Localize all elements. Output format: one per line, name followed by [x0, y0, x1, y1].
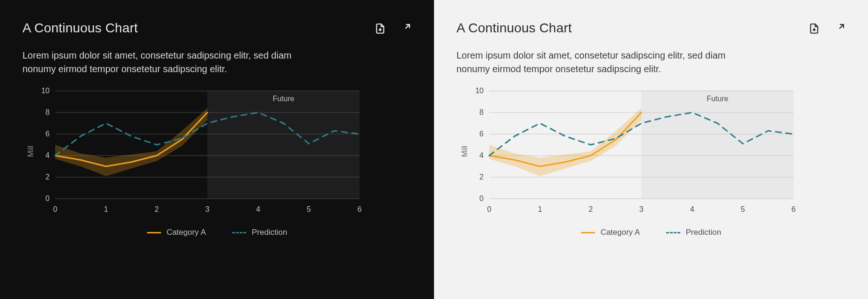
light-panel: A Continuous Chart Lorem ipsum dolor sit…: [434, 0, 868, 299]
x-tick-label: 6: [792, 205, 796, 213]
download-file-icon[interactable]: [374, 22, 386, 35]
y-axis-label: Mill: [27, 146, 35, 157]
chart-area: Mill Future02468100123456: [470, 88, 846, 215]
legend-swatch-dashed: [666, 232, 680, 233]
x-tick-label: 3: [640, 205, 644, 213]
y-tick-label: 6: [479, 130, 484, 138]
y-tick-label: 2: [479, 173, 484, 181]
x-tick-label: 4: [690, 205, 694, 213]
y-tick-label: 4: [479, 151, 484, 159]
x-tick-label: 2: [588, 205, 593, 213]
legend-item-prediction[interactable]: Prediction: [232, 228, 287, 237]
y-tick-label: 8: [45, 108, 50, 116]
legend-swatch-solid: [581, 232, 595, 233]
chart-title: A Continuous Chart: [456, 21, 572, 36]
x-tick-label: 0: [487, 205, 492, 213]
y-tick-label: 6: [45, 130, 50, 138]
y-axis-label: Mill: [461, 146, 469, 157]
chart-area: Mill Future02468100123456: [36, 88, 412, 215]
legend-swatch-solid: [147, 232, 161, 233]
legend-label: Category A: [601, 228, 640, 237]
y-tick-label: 4: [45, 151, 50, 159]
x-tick-label: 0: [53, 205, 58, 213]
x-tick-label: 3: [206, 205, 210, 213]
dark-panel: A Continuous Chart Lorem ipsum dolor sit…: [0, 0, 434, 299]
legend-label: Prediction: [252, 228, 287, 237]
x-tick-label: 6: [358, 205, 362, 213]
chart-title: A Continuous Chart: [22, 21, 138, 36]
x-tick-label: 4: [256, 205, 260, 213]
legend-label: Prediction: [686, 228, 721, 237]
series-a-confidence-band: [55, 108, 207, 176]
x-tick-label: 5: [307, 205, 311, 213]
y-tick-label: 10: [41, 87, 50, 95]
chart-description: Lorem ipsum dolor sit amet, consetetur s…: [456, 49, 756, 76]
legend: Category A Prediction: [456, 228, 846, 237]
line-chart: Future02468100123456: [470, 88, 797, 215]
header: A Continuous Chart: [456, 21, 846, 36]
y-tick-label: 0: [479, 194, 484, 202]
x-tick-label: 2: [154, 205, 159, 213]
y-tick-label: 10: [475, 87, 484, 95]
x-tick-label: 5: [741, 205, 745, 213]
future-region: [207, 91, 360, 199]
series-a-confidence-band: [489, 108, 641, 176]
header-actions: [808, 21, 846, 35]
x-tick-label: 1: [538, 205, 542, 213]
legend-item-category-a[interactable]: Category A: [147, 228, 206, 237]
future-region: [641, 91, 794, 199]
y-tick-label: 2: [45, 173, 50, 181]
legend-label: Category A: [167, 228, 206, 237]
chart-description: Lorem ipsum dolor sit amet, consetetur s…: [22, 49, 322, 76]
legend-item-prediction[interactable]: Prediction: [666, 228, 721, 237]
header-actions: [374, 21, 412, 35]
future-region-label: Future: [706, 95, 728, 103]
y-tick-label: 8: [479, 108, 484, 116]
future-region-label: Future: [272, 95, 294, 103]
expand-icon[interactable]: [833, 22, 846, 35]
y-tick-label: 0: [45, 194, 50, 202]
legend-swatch-dashed: [232, 232, 246, 233]
x-tick-label: 1: [104, 205, 108, 213]
legend-item-category-a[interactable]: Category A: [581, 228, 640, 237]
line-chart: Future02468100123456: [36, 88, 363, 215]
expand-icon[interactable]: [399, 22, 412, 35]
header: A Continuous Chart: [22, 21, 412, 36]
legend: Category A Prediction: [22, 228, 412, 237]
download-file-icon[interactable]: [808, 22, 820, 35]
